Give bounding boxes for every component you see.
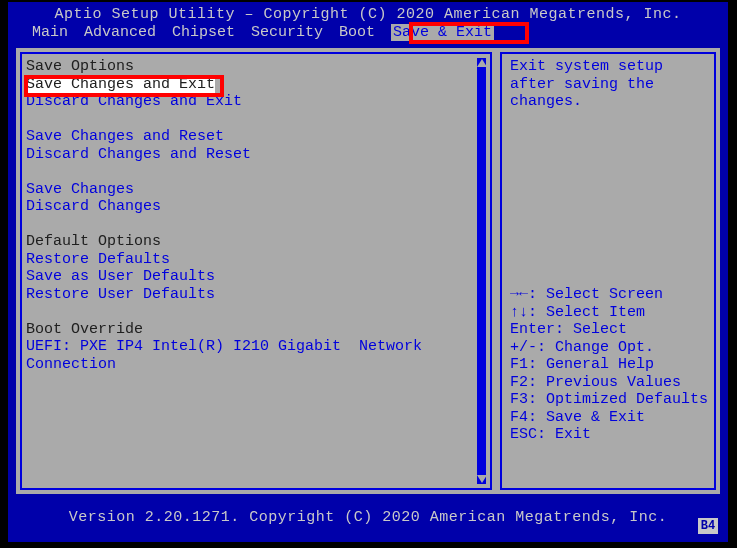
scrollbar[interactable] [477,58,486,484]
heading-save-options: Save Options [26,58,490,76]
tab-main[interactable]: Main [32,24,68,41]
item-discard-changes-exit[interactable]: Discard Changes and Exit [26,93,490,111]
hint-select-item: ↑↓: Select Item [510,304,714,322]
hint-esc-exit: ESC: Exit [510,426,714,444]
hint-general-help: F1: General Help [510,356,714,374]
hint-previous-values: F2: Previous Values [510,374,714,392]
item-boot-override-uefi-pxe[interactable]: UEFI: PXE IP4 Intel(R) I210 Gigabit Netw… [26,338,456,373]
title-bar: Aptio Setup Utility – Copyright (C) 2020… [8,2,728,24]
tab-bar: Main Advanced Chipset Security Boot Save… [8,24,728,43]
tab-save-exit[interactable]: Save & Exit [391,24,494,41]
hint-save-exit: F4: Save & Exit [510,409,714,427]
item-save-user-defaults[interactable]: Save as User Defaults [26,268,490,286]
heading-default-options: Default Options [26,233,490,251]
corner-badge: B4 [698,518,718,534]
key-hints: →←: Select Screen ↑↓: Select Item Enter:… [510,286,714,444]
footer-version: Version 2.20.1271. Copyright (C) 2020 Am… [16,503,720,536]
item-discard-changes-reset[interactable]: Discard Changes and Reset [26,146,490,164]
hint-change-opt: +/-: Change Opt. [510,339,714,357]
tab-chipset[interactable]: Chipset [172,24,235,41]
help-text: Exit system setup after saving the chang… [510,58,714,111]
item-discard-changes[interactable]: Discard Changes [26,198,490,216]
item-save-changes[interactable]: Save Changes [26,181,490,199]
tab-advanced[interactable]: Advanced [84,24,156,41]
tab-security[interactable]: Security [251,24,323,41]
help-pane: Exit system setup after saving the chang… [496,48,720,494]
hint-optimized-defaults: F3: Optimized Defaults [510,391,714,409]
item-restore-defaults[interactable]: Restore Defaults [26,251,490,269]
scroll-up-icon[interactable] [477,59,487,67]
tab-boot[interactable]: Boot [339,24,375,41]
item-restore-user-defaults[interactable]: Restore User Defaults [26,286,490,304]
heading-boot-override: Boot Override [26,321,490,339]
menu-pane: Save Options Save Changes and Exit Disca… [16,48,496,494]
item-save-changes-reset[interactable]: Save Changes and Reset [26,128,490,146]
hint-select-screen: →←: Select Screen [510,286,714,304]
body-area: Save Options Save Changes and Exit Disca… [16,48,720,494]
hint-enter-select: Enter: Select [510,321,714,339]
item-save-changes-exit[interactable]: Save Changes and Exit [26,76,215,94]
bios-screen: Aptio Setup Utility – Copyright (C) 2020… [8,2,728,542]
scroll-down-icon[interactable] [477,475,487,483]
